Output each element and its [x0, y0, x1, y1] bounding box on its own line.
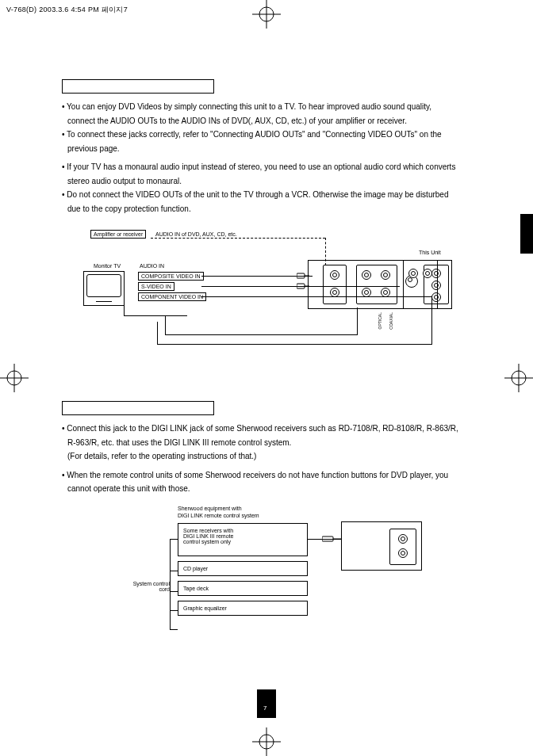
section1-bullets: • You can enjoy DVD Videos by simply con…	[62, 101, 506, 214]
bullet-text: • To connect these jacks correctly, refe…	[62, 129, 506, 140]
stack-box-text: Some receivers with	[183, 528, 302, 533]
label-this-unit: This Unit	[419, 250, 441, 255]
jack-group	[356, 265, 397, 304]
bullet-text: cannot operate this unit with those.	[62, 483, 506, 494]
rca-jack-icon	[408, 269, 418, 278]
registration-mark-left	[0, 364, 29, 392]
plug-icon	[322, 535, 341, 543]
bullet-text: • You can enjoy DVD Videos by simply con…	[62, 101, 506, 113]
rca-jack-icon	[398, 548, 408, 558]
digilink-diagram: Sherwood equipment with DIGI LINK remote…	[62, 506, 506, 656]
cable-line	[157, 344, 432, 345]
registration-mark-bottom	[252, 727, 281, 756]
bullet-text: • Connect this jack to the DIGI LINK jac…	[62, 423, 506, 434]
svg-rect-14	[297, 284, 305, 288]
label-amplifier: Amplifier or receiver	[90, 230, 146, 239]
svg-rect-16	[322, 536, 333, 541]
bullet-text: connect the AUDIO OUTs to the AUDIO INs …	[62, 116, 506, 127]
label-coaxial: COAXIAL	[389, 312, 393, 330]
bullet-text: previous page.	[62, 143, 506, 155]
tv-icon	[83, 271, 125, 306]
section2-bullets: • Connect this jack to the DIGI LINK jac…	[62, 423, 506, 494]
label-monitor-tv: Monitor TV	[94, 263, 121, 269]
rca-jack-icon	[398, 534, 408, 544]
page-number: 7	[263, 704, 266, 712]
page-tab-english	[257, 689, 276, 718]
registration-mark-right	[504, 364, 533, 392]
cable-dashed	[325, 238, 326, 265]
label-text: cord	[114, 586, 170, 593]
bullet-text: • If your TV has a monaural audio input …	[62, 162, 506, 173]
bullet-text: stereo audio output to monaural.	[62, 176, 506, 187]
plug-icon	[297, 282, 309, 290]
label-audio-in-dvd: AUDIO IN of DVD, AUX, CD, etc.	[155, 231, 237, 237]
receiver-rear-panel	[341, 521, 422, 571]
bullet-text: R-963/R, etc. that uses the DIGI LINK II…	[62, 437, 506, 449]
bullet-text: (For details, refer to the operating ins…	[62, 451, 506, 462]
bullet-text: due to the copy protection function.	[62, 204, 506, 215]
bullet-text: • When the remote control units of some …	[62, 470, 506, 481]
rca-jack-icon	[362, 270, 371, 280]
bracket-line	[170, 629, 178, 630]
bullet-text: • Do not connect the VIDEO OUTs of the u…	[62, 189, 506, 200]
cable-line	[157, 322, 158, 345]
cable-line	[357, 307, 358, 334]
label-composite: COMPOSITE VIDEO IN	[138, 272, 204, 281]
cable-line	[165, 334, 358, 335]
stack-box-cd: CD player	[178, 561, 308, 576]
side-tab-english	[520, 214, 533, 254]
bracket-line	[170, 539, 171, 630]
cable-line	[124, 304, 125, 315]
cable-line	[431, 296, 432, 344]
registration-mark-top	[252, 0, 281, 29]
print-header: V-768(D) 2003.3.6 4:54 PM 페이지7	[6, 5, 128, 15]
connection-diagram-tv: Amplifier or receiver AUDIO IN of DVD, A…	[62, 228, 506, 379]
rca-jack-icon	[381, 270, 390, 280]
plug-icon	[297, 272, 309, 280]
label-text: System control	[114, 581, 170, 587]
digital-out-panel	[403, 260, 438, 309]
bracket-line	[170, 571, 178, 571]
cable-line	[201, 276, 313, 277]
label-digilink-system: DIGI LINK remote control system	[178, 513, 259, 518]
svg-rect-12	[297, 273, 305, 278]
label-sherwood-equipment: Sherwood equipment with	[178, 506, 242, 511]
label-audio-in: AUDIO IN	[140, 263, 164, 269]
section2-heading-bar	[62, 401, 214, 415]
cable-line	[165, 315, 166, 335]
stack-box-eq: Graphic equalizer	[178, 601, 308, 616]
cable-dashed	[151, 238, 325, 239]
bracket-line	[170, 591, 178, 592]
cable-line	[201, 296, 431, 297]
rca-jack-icon	[330, 270, 339, 280]
label-optical: OPTICAL	[378, 312, 382, 329]
rca-jack-icon	[423, 269, 432, 278]
jack-group	[389, 529, 416, 565]
label-system-control-cord: System control cord	[114, 581, 170, 593]
stack-box-text: control system only	[183, 539, 302, 544]
stack-box-receiver: Some receivers with DIGI LINK III remote…	[178, 523, 308, 556]
stack-box-tape: Tape deck	[178, 581, 308, 596]
bracket-line	[170, 539, 178, 540]
equipment-stack: Some receivers with DIGI LINK III remote…	[178, 523, 308, 616]
jack-group	[323, 265, 347, 304]
cable-line	[124, 315, 187, 316]
stack-box-text: DIGI LINK III remote	[183, 533, 302, 539]
section1-heading-bar	[62, 79, 214, 94]
label-svideo: S-VIDEO IN	[138, 282, 174, 291]
label-component: COMPONENT VIDEO IN	[138, 292, 206, 301]
bracket-line	[170, 610, 178, 611]
